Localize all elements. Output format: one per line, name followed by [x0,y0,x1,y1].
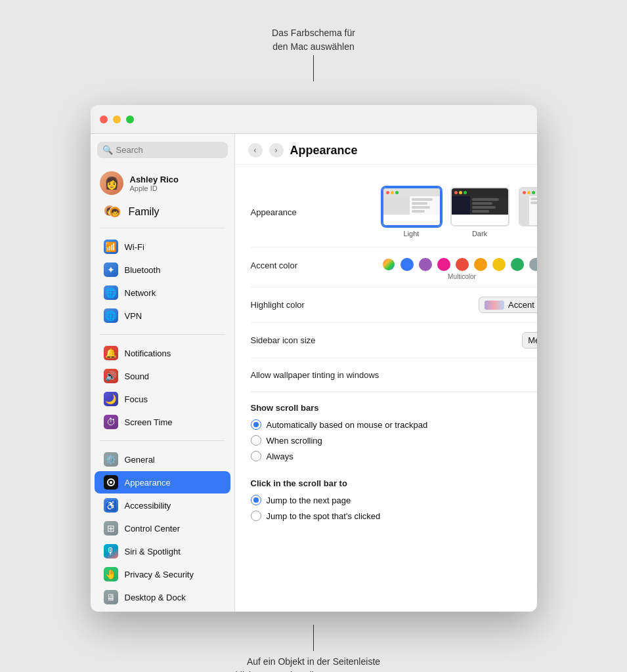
screentime-label: Screen Time [125,417,173,427]
accent-red[interactable] [456,258,469,271]
sidebar-item-notifications[interactable]: 🔔 Notifications [95,342,230,364]
sidebar-item-network[interactable]: 🌐 Network [95,282,230,304]
sidebar-icon-size-control: Medium ⌃⌄ [382,332,537,348]
sidebar-item-sound[interactable]: 🔊 Sound [95,365,230,387]
sidebar-item-focus[interactable]: 🌙 Focus [95,388,230,410]
annotation-bottom-line1: Auf ein Objekt in der Seitenleiste [247,656,380,667]
title-bar [91,105,537,134]
search-input[interactable] [116,145,223,155]
sidebar-item-user[interactable]: 👩 Ashley Rico Apple ID [91,166,234,200]
scroll-auto-option[interactable]: Automatically based on mouse or trackpad [251,419,537,430]
appearance-option-dark[interactable]: Dark [450,187,509,238]
sidebar-item-desktop[interactable]: 🖥 Desktop & Dock [95,586,230,608]
click-next-page-radio[interactable] [251,495,261,505]
highlight-preview [485,301,504,310]
sidebar-item-accessibility[interactable]: ♿ Accessibility [95,494,230,516]
accent-pink[interactable] [437,258,450,271]
annotation-line-bottom [313,625,314,651]
notifications-label: Notifications [125,348,171,358]
desktop-label: Desktop & Dock [125,593,186,602]
multicolor-icon [382,258,395,271]
accent-yellow[interactable] [492,258,506,271]
purple-circle [419,258,432,271]
accent-colors-row [382,258,537,271]
window: 🔍 👩 Ashley Rico Apple ID 👩 🧒 [91,105,537,612]
back-button[interactable]: ‹ [248,143,263,158]
sidebar-item-privacy[interactable]: 🤚 Privacy & Security [95,563,230,585]
scroll-scrolling-option[interactable]: When scrolling [251,435,537,446]
system-preferences-window: 🔍 👩 Ashley Rico Apple ID 👩 🧒 [91,105,537,612]
red-circle [456,258,469,271]
accent-blue[interactable] [400,258,414,271]
wallpaper-tinting-label: Allow wallpaper tinting in windows [251,370,537,380]
scroll-auto-dot [253,422,259,427]
sidebar-item-wifi[interactable]: 📶 Wi-Fi [95,236,230,258]
scroll-always-option[interactable]: Always [251,451,537,461]
svg-point-2 [383,259,395,270]
dark-label: Dark [472,230,487,238]
sidebar-item-general[interactable]: ⚙️ General [95,448,230,471]
sidebar-section-personalization: ⚙️ General Appearance ♿ Accessibility [91,445,234,612]
sidebar-icon-size-value: Medium [528,335,536,345]
focus-icon: 🌙 [104,392,118,406]
highlight-color-control: Accent Color ⌃⌄ [382,297,537,313]
sidebar: 🔍 👩 Ashley Rico Apple ID 👩 🧒 [91,134,235,612]
appearance-option-auto[interactable]: Auto [519,187,537,238]
controlcenter-label: Control Center [125,524,181,534]
sidebar-item-screentime[interactable]: ⏱ Screen Time [95,411,230,433]
minimize-button[interactable] [113,116,121,123]
sidebar-icon-size-row: Sidebar icon size Medium ⌃⌄ [251,323,537,358]
sidebar-item-bluetooth[interactable]: ✦ Bluetooth [95,259,230,281]
scroll-always-radio[interactable] [251,451,261,461]
sidebar-item-family[interactable]: 👩 🧒 Family [95,201,230,223]
wallpaper-tinting-row: Allow wallpaper tinting in windows [251,358,537,392]
wifi-label: Wi-Fi [125,242,144,252]
sidebar-item-siri[interactable]: 🎙 Siri & Spotlight [95,540,230,562]
user-sub: Apple ID [130,184,179,192]
highlight-color-dropdown[interactable]: Accent Color ⌃⌄ [479,297,536,313]
highlight-color-row: Highlight color Accent Color ⌃⌄ [251,287,537,323]
accent-green[interactable] [511,258,524,271]
avatar: 👩 [100,171,123,195]
multicolor-label: Multicolor [382,273,537,280]
close-button[interactable] [100,116,108,123]
sound-icon: 🔊 [104,369,118,383]
click-scroll-section: Click in the scroll bar to Jump to the n… [251,468,537,528]
appearance-setting-label: Appearance [251,207,382,217]
user-name: Ashley Rico [130,175,179,184]
search-icon: 🔍 [102,145,113,155]
scroll-auto-radio[interactable] [251,419,261,430]
maximize-button[interactable] [126,116,134,123]
annotation-top: Das Farbschema für den Mac auswählen [272,26,355,54]
accent-orange[interactable] [474,258,487,271]
siri-label: Siri & Spotlight [125,547,181,556]
accent-purple[interactable] [419,258,432,271]
click-next-page-option[interactable]: Jump to the next page [251,495,537,505]
scroll-auto-label: Automatically based on mouse or trackpad [267,420,428,430]
content-title: Appearance [290,144,537,158]
accent-multicolor[interactable] [382,258,395,271]
vpn-label: VPN [125,311,142,321]
search-bar[interactable]: 🔍 [97,142,228,158]
appearance-setting-row: Appearance [251,178,537,247]
sidebar-item-vpn[interactable]: 🌐 VPN [95,304,230,327]
accessibility-icon: ♿ [104,498,118,513]
scroll-scrolling-radio[interactable] [251,435,261,446]
blue-circle [400,258,414,271]
bluetooth-icon: ✦ [104,262,118,277]
green-circle [511,258,524,271]
click-scroll-heading: Click in the scroll bar to [251,478,537,488]
appearance-options-control: Light [382,187,537,238]
svg-point-1 [110,481,112,484]
appearance-option-light[interactable]: Light [382,187,441,238]
accent-color-row: Accent color [251,247,537,287]
click-spot-radio[interactable] [251,511,261,521]
sidebar-item-appearance[interactable]: Appearance [95,471,230,494]
sidebar-section-network: 📶 Wi-Fi ✦ Bluetooth 🌐 Network 🌐 VPN [91,232,234,330]
general-icon: ⚙️ [104,452,118,467]
click-spot-option[interactable]: Jump to the spot that's clicked [251,511,537,521]
forward-button[interactable]: › [269,143,284,158]
sidebar-icon-size-dropdown[interactable]: Medium ⌃⌄ [522,332,536,348]
sidebar-item-controlcenter[interactable]: ⊞ Control Center [95,517,230,539]
accent-gray[interactable] [529,258,537,271]
